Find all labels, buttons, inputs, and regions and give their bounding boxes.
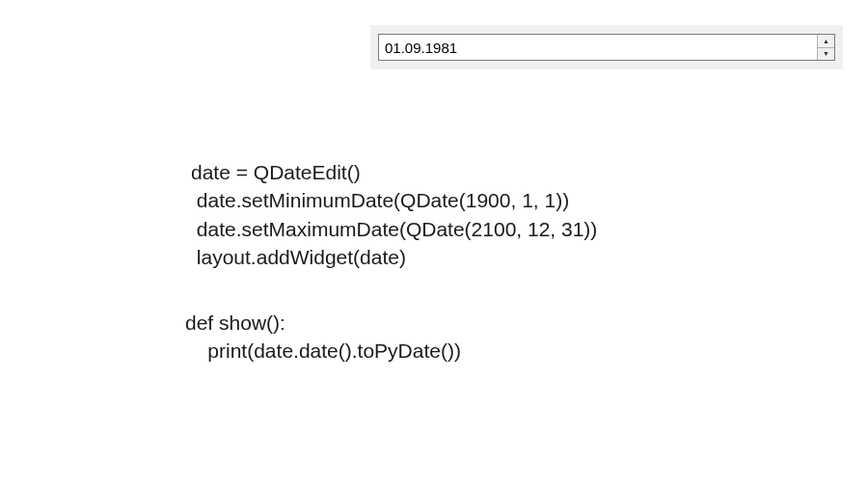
date-input[interactable] <box>379 35 817 60</box>
code-block-2: def show(): print(date.date().toPyDate()… <box>185 309 461 366</box>
date-input-wrapper: ▲ ▼ <box>378 34 835 61</box>
chevron-up-icon: ▲ <box>823 38 829 44</box>
code-line: layout.addWidget(date) <box>191 246 406 268</box>
date-widget-container: ▲ ▼ <box>370 25 843 69</box>
spinner-down-button[interactable]: ▼ <box>818 48 834 61</box>
chevron-down-icon: ▼ <box>823 50 829 57</box>
code-block-1: date = QDateEdit() date.setMinimumDate(Q… <box>191 158 597 272</box>
spinner-up-button[interactable]: ▲ <box>818 35 834 48</box>
code-line: date.setMaximumDate(QDate(2100, 12, 31)) <box>191 218 597 240</box>
code-line: date.setMinimumDate(QDate(1900, 1, 1)) <box>191 189 569 211</box>
code-line: def show(): <box>185 312 285 334</box>
code-line: date = QDateEdit() <box>191 161 361 183</box>
code-line: print(date.date().toPyDate()) <box>185 339 461 362</box>
spinner-controls: ▲ ▼ <box>817 35 834 60</box>
